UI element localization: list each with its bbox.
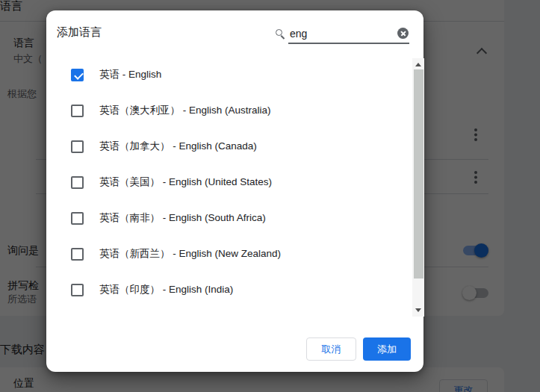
- dialog-title: 添加语言: [57, 25, 102, 40]
- language-option-label: 英语（澳大利亚） - English (Australia): [99, 93, 271, 128]
- search-input[interactable]: [288, 26, 397, 41]
- scrollbar-thumb[interactable]: [414, 69, 423, 279]
- language-option[interactable]: 英语（美国） - English (United States): [46, 164, 412, 200]
- language-option[interactable]: 英语（加拿大） - English (Canada): [46, 128, 412, 164]
- language-option-label: 英语（印度） - English (India): [99, 272, 233, 308]
- scrollbar-up-icon[interactable]: [415, 63, 421, 66]
- language-option-label: 英语（新西兰） - English (New Zealand): [99, 236, 281, 272]
- checkbox[interactable]: [71, 140, 84, 153]
- language-option[interactable]: 英语 - English: [46, 57, 412, 93]
- language-option-label: 英语（美国） - English (United States): [99, 164, 272, 200]
- checkbox[interactable]: [71, 69, 84, 81]
- checkbox[interactable]: [71, 176, 84, 189]
- language-option[interactable]: 英语（新西兰） - English (New Zealand): [46, 236, 412, 272]
- search-icon: [276, 29, 282, 36]
- add-language-dialog: 添加语言 英语 - English 英语（澳大利亚） - English (Au…: [46, 10, 423, 372]
- language-option-label: 英语 - English: [99, 57, 161, 93]
- language-option[interactable]: 英语（澳大利亚） - English (Australia): [46, 93, 412, 128]
- cancel-button[interactable]: 取消: [306, 337, 356, 361]
- language-option-label: 英语（南非） - English (South Africa): [99, 200, 266, 236]
- scrollbar-down-icon[interactable]: [415, 308, 421, 312]
- language-option-label: 英语（加拿大） - English (Canada): [99, 128, 257, 164]
- chrome-settings-screen: 语言 语言 中文（ 根据您 询问是 拼写检 所选语 下载内容 位置 更改 添加语…: [0, 0, 540, 392]
- clear-search-icon[interactable]: [397, 28, 409, 39]
- checkbox[interactable]: [71, 284, 84, 296]
- dialog-scrollbar[interactable]: [412, 58, 424, 317]
- checkbox[interactable]: [71, 248, 84, 261]
- add-button[interactable]: 添加: [363, 337, 411, 361]
- language-option[interactable]: 英语（南非） - English (South Africa): [46, 200, 412, 236]
- language-list: 英语 - English 英语（澳大利亚） - English (Austral…: [46, 57, 412, 317]
- checkbox[interactable]: [71, 105, 84, 117]
- checkbox[interactable]: [71, 212, 84, 225]
- language-option[interactable]: 英语（印度） - English (India): [46, 272, 412, 308]
- search-underline: [288, 43, 409, 44]
